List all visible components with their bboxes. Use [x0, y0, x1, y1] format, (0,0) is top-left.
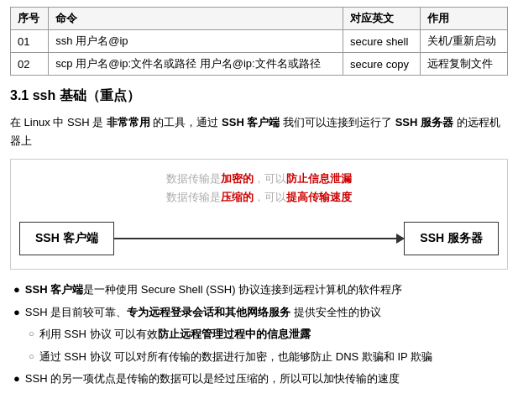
bullet-dot-5: ● — [13, 369, 20, 388]
bullet-text-1: SSH 客户端是一种使用 Secure Shell (SSH) 协议连接到远程计… — [25, 280, 402, 299]
table-row: 01 ssh 用户名@ip secure shell 关机/重新启动 — [11, 30, 508, 53]
highlight-encrypted: 加密的 — [221, 172, 254, 185]
bullet-item-5: ● SSH 的另一项优点是传输的数据可以是经过压缩的，所以可以加快传输的速度 — [13, 369, 508, 388]
row1-cmd: ssh 用户名@ip — [49, 30, 343, 53]
col-header-english: 对应英文 — [343, 8, 421, 30]
bullet-dot-2: ● — [13, 302, 20, 322]
ssh-server-box: SSH 服务器 — [404, 222, 499, 255]
bullet-item-2: ● SSH 是目前较可靠、专为远程登录会话和其他网络服务 提供安全性的协议 — [13, 302, 508, 322]
highlight-speed: 提高传输速度 — [286, 191, 352, 203]
bullet-dot-1: ● — [13, 280, 20, 299]
bullet-item-3: ○ 利用 SSH 协议 可以有效防止远程管理过程中的信息泄露 — [29, 324, 508, 344]
desc-emphasis-1: 非常常用 — [107, 116, 150, 129]
bullet-item-1: ● SSH 客户端是一种使用 Secure Shell (SSH) 协议连接到远… — [13, 280, 508, 299]
ssh-reliable-emphasis: 专为远程登录会话和其他网络服务 — [127, 306, 290, 318]
table-row: 02 scp 用户名@ip:文件名或路径 用户名@ip:文件名或路径 secur… — [11, 53, 508, 76]
bullet-text-5: SSH 的另一项优点是传输的数据可以是经过压缩的，所以可以加快传输的速度 — [25, 369, 400, 388]
bullet-list: ● SSH 客户端是一种使用 Secure Shell (SSH) 协议连接到远… — [10, 280, 508, 388]
highlight-compressed: 压缩的 — [221, 191, 254, 203]
desc-emphasis-3: SSH 服务器 — [395, 116, 453, 129]
description-text: 在 Linux 中 SSH 是 非常常用 的工具，通过 SSH 客户端 我们可以… — [10, 113, 508, 150]
col-header-num: 序号 — [11, 8, 49, 30]
prevent-leak-label: 防止远程管理过程中的信息泄露 — [158, 328, 311, 340]
row1-num: 01 — [11, 30, 49, 53]
section-heading: 3.1 ssh 基础（重点） — [10, 87, 508, 105]
row2-num: 02 — [11, 53, 49, 76]
row2-english: secure copy — [343, 53, 421, 76]
highlight-prevent-leak: 防止信息泄漏 — [286, 172, 352, 185]
ssh-client-label: SSH 客户端 — [25, 283, 83, 296]
main-container: 序号 命令 对应英文 作用 01 ssh 用户名@ip secure shell… — [0, 0, 518, 397]
col-header-cmd: 命令 — [49, 8, 343, 30]
bullet-text-2: SSH 是目前较可靠、专为远程登录会话和其他网络服务 提供安全性的协议 — [25, 302, 381, 322]
diagram-line-1: 数据传输是加密的，可以防止信息泄漏 — [19, 170, 499, 188]
row1-action: 关机/重新启动 — [420, 30, 507, 53]
commands-table: 序号 命令 对应英文 作用 01 ssh 用户名@ip secure shell… — [10, 7, 508, 76]
bullet-dot-4: ○ — [29, 349, 34, 365]
diagram-line-2: 数据传输是压缩的，可以提高传输速度 — [19, 188, 499, 207]
arrow-line — [114, 238, 405, 239]
diagram-text-area: 数据传输是加密的，可以防止信息泄漏 数据传输是压缩的，可以提高传输速度 — [19, 170, 499, 207]
sub-list: ○ 利用 SSH 协议 可以有效防止远程管理过程中的信息泄露 ○ 通过 SSH … — [13, 324, 508, 366]
desc-emphasis-2: SSH 客户端 — [222, 116, 280, 129]
ssh-client-box: SSH 客户端 — [19, 222, 114, 255]
row1-english: secure shell — [343, 30, 421, 53]
bullet-dot-3: ○ — [29, 326, 34, 343]
bullet-item-4: ○ 通过 SSH 协议 可以对所有传输的数据进行加密，也能够防止 DNS 欺骗和… — [29, 347, 508, 366]
bullet-text-4: 通过 SSH 协议 可以对所有传输的数据进行加密，也能够防止 DNS 欺骗和 I… — [39, 347, 433, 366]
bullet-text-3: 利用 SSH 协议 可以有效防止远程管理过程中的信息泄露 — [39, 324, 311, 344]
row2-action: 远程复制文件 — [420, 53, 507, 76]
diagram-container: 数据传输是加密的，可以防止信息泄漏 数据传输是压缩的，可以提高传输速度 SSH … — [10, 159, 508, 270]
col-header-action: 作用 — [420, 8, 507, 30]
diagram-flow: SSH 客户端 SSH 服务器 — [19, 222, 499, 255]
flow-arrow — [114, 238, 405, 239]
row2-cmd: scp 用户名@ip:文件名或路径 用户名@ip:文件名或路径 — [49, 53, 343, 76]
